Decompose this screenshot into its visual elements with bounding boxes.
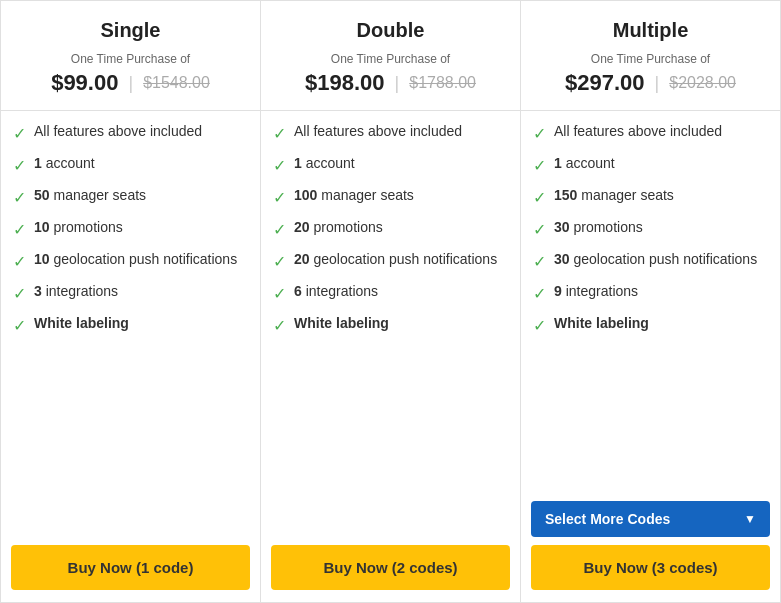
feature-text-double-0: All features above included <box>294 123 462 139</box>
feature-text-multiple-6: White labeling <box>554 315 649 331</box>
feature-text-double-2: 100 manager seats <box>294 187 414 203</box>
plan-features-multiple: ✓All features above included✓1 account✓1… <box>521 111 780 491</box>
plan-price-row-multiple: $297.00|$2028.00 <box>531 70 770 96</box>
check-icon-double-5: ✓ <box>273 284 286 303</box>
check-icon-multiple-0: ✓ <box>533 124 546 143</box>
check-icon-double-2: ✓ <box>273 188 286 207</box>
check-icon-multiple-6: ✓ <box>533 316 546 335</box>
check-icon-multiple-3: ✓ <box>533 220 546 239</box>
dropdown-arrow-icon-multiple: ▼ <box>744 512 756 526</box>
buy-button-double[interactable]: Buy Now (2 codes) <box>271 545 510 590</box>
feature-item-single-1: ✓1 account <box>13 155 244 175</box>
feature-item-multiple-3: ✓30 promotions <box>533 219 764 239</box>
plan-price-original-single: $1548.00 <box>143 74 210 92</box>
feature-item-single-6: ✓White labeling <box>13 315 244 335</box>
plan-name-multiple: Multiple <box>531 19 770 42</box>
check-icon-double-4: ✓ <box>273 252 286 271</box>
feature-item-multiple-4: ✓30 geolocation push notifications <box>533 251 764 271</box>
check-icon-double-3: ✓ <box>273 220 286 239</box>
plan-footer-single: Buy Now (1 code) <box>1 535 260 602</box>
feature-text-double-1: 1 account <box>294 155 355 171</box>
plan-price-divider-multiple: | <box>655 73 660 94</box>
check-icon-single-1: ✓ <box>13 156 26 175</box>
select-more-label-multiple: Select More Codes <box>545 511 670 527</box>
feature-item-multiple-1: ✓1 account <box>533 155 764 175</box>
check-icon-double-0: ✓ <box>273 124 286 143</box>
check-icon-single-0: ✓ <box>13 124 26 143</box>
plan-purchase-label-single: One Time Purchase of <box>11 52 250 66</box>
feature-text-single-5: 3 integrations <box>34 283 118 299</box>
plan-price-row-double: $198.00|$1788.00 <box>271 70 510 96</box>
buy-button-single[interactable]: Buy Now (1 code) <box>11 545 250 590</box>
plan-price-current-double: $198.00 <box>305 70 385 96</box>
feature-item-single-0: ✓All features above included <box>13 123 244 143</box>
plan-footer-multiple: Select More Codes▼Buy Now (3 codes) <box>521 491 780 602</box>
check-icon-single-4: ✓ <box>13 252 26 271</box>
feature-text-multiple-1: 1 account <box>554 155 615 171</box>
feature-text-double-5: 6 integrations <box>294 283 378 299</box>
plan-purchase-label-multiple: One Time Purchase of <box>531 52 770 66</box>
feature-item-double-2: ✓100 manager seats <box>273 187 504 207</box>
feature-item-double-1: ✓1 account <box>273 155 504 175</box>
feature-item-multiple-6: ✓White labeling <box>533 315 764 335</box>
select-more-button-multiple[interactable]: Select More Codes▼ <box>531 501 770 537</box>
feature-item-double-3: ✓20 promotions <box>273 219 504 239</box>
plan-name-double: Double <box>271 19 510 42</box>
plan-price-original-multiple: $2028.00 <box>669 74 736 92</box>
feature-item-double-0: ✓All features above included <box>273 123 504 143</box>
feature-item-single-2: ✓50 manager seats <box>13 187 244 207</box>
feature-item-multiple-2: ✓150 manager seats <box>533 187 764 207</box>
plan-col-double: DoubleOne Time Purchase of$198.00|$1788.… <box>261 1 521 602</box>
check-icon-multiple-2: ✓ <box>533 188 546 207</box>
check-icon-single-2: ✓ <box>13 188 26 207</box>
feature-item-multiple-0: ✓All features above included <box>533 123 764 143</box>
feature-text-multiple-2: 150 manager seats <box>554 187 674 203</box>
feature-text-multiple-0: All features above included <box>554 123 722 139</box>
feature-text-single-0: All features above included <box>34 123 202 139</box>
feature-text-single-4: 10 geolocation push notifications <box>34 251 237 267</box>
feature-text-double-3: 20 promotions <box>294 219 383 235</box>
plan-price-current-multiple: $297.00 <box>565 70 645 96</box>
plan-price-original-double: $1788.00 <box>409 74 476 92</box>
feature-item-single-5: ✓3 integrations <box>13 283 244 303</box>
feature-text-multiple-5: 9 integrations <box>554 283 638 299</box>
feature-item-single-3: ✓10 promotions <box>13 219 244 239</box>
feature-text-multiple-3: 30 promotions <box>554 219 643 235</box>
feature-item-single-4: ✓10 geolocation push notifications <box>13 251 244 271</box>
plan-features-double: ✓All features above included✓1 account✓1… <box>261 111 520 535</box>
feature-item-double-6: ✓White labeling <box>273 315 504 335</box>
feature-item-double-4: ✓20 geolocation push notifications <box>273 251 504 271</box>
plan-price-current-single: $99.00 <box>51 70 118 96</box>
check-icon-single-6: ✓ <box>13 316 26 335</box>
check-icon-multiple-1: ✓ <box>533 156 546 175</box>
feature-text-single-2: 50 manager seats <box>34 187 146 203</box>
feature-text-double-4: 20 geolocation push notifications <box>294 251 497 267</box>
check-icon-double-1: ✓ <box>273 156 286 175</box>
plan-col-multiple: MultipleOne Time Purchase of$297.00|$202… <box>521 1 780 602</box>
pricing-container: SingleOne Time Purchase of$99.00|$1548.0… <box>0 0 781 603</box>
plan-col-single: SingleOne Time Purchase of$99.00|$1548.0… <box>1 1 261 602</box>
check-icon-single-3: ✓ <box>13 220 26 239</box>
check-icon-double-6: ✓ <box>273 316 286 335</box>
plan-price-row-single: $99.00|$1548.00 <box>11 70 250 96</box>
plan-header-single: SingleOne Time Purchase of$99.00|$1548.0… <box>1 1 260 111</box>
feature-text-single-3: 10 promotions <box>34 219 123 235</box>
feature-text-multiple-4: 30 geolocation push notifications <box>554 251 757 267</box>
plan-price-divider-single: | <box>128 73 133 94</box>
plan-footer-double: Buy Now (2 codes) <box>261 535 520 602</box>
plan-name-single: Single <box>11 19 250 42</box>
plan-header-double: DoubleOne Time Purchase of$198.00|$1788.… <box>261 1 520 111</box>
check-icon-single-5: ✓ <box>13 284 26 303</box>
feature-item-multiple-5: ✓9 integrations <box>533 283 764 303</box>
plan-features-single: ✓All features above included✓1 account✓5… <box>1 111 260 535</box>
feature-item-double-5: ✓6 integrations <box>273 283 504 303</box>
check-icon-multiple-5: ✓ <box>533 284 546 303</box>
plan-header-multiple: MultipleOne Time Purchase of$297.00|$202… <box>521 1 780 111</box>
buy-button-multiple[interactable]: Buy Now (3 codes) <box>531 545 770 590</box>
plan-purchase-label-double: One Time Purchase of <box>271 52 510 66</box>
feature-text-double-6: White labeling <box>294 315 389 331</box>
feature-text-single-6: White labeling <box>34 315 129 331</box>
plan-price-divider-double: | <box>395 73 400 94</box>
check-icon-multiple-4: ✓ <box>533 252 546 271</box>
feature-text-single-1: 1 account <box>34 155 95 171</box>
